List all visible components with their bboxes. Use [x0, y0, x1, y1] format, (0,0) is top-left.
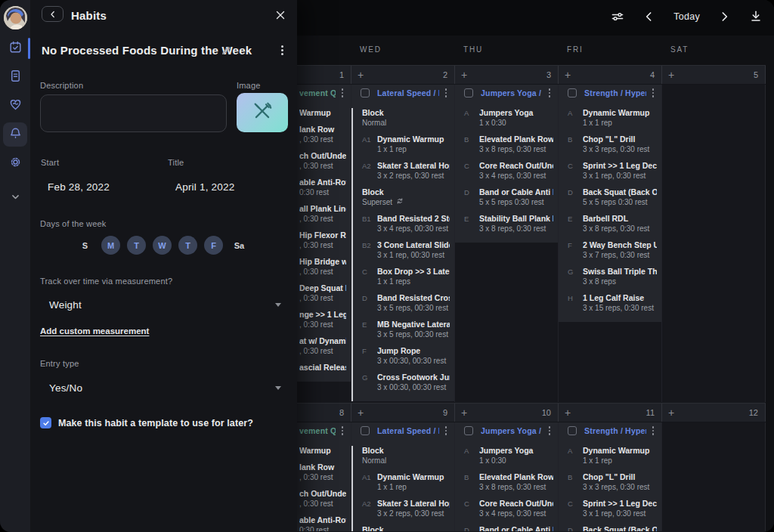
- user-avatar[interactable]: [4, 6, 27, 29]
- day-chip-s[interactable]: S: [76, 236, 94, 255]
- exercise-row[interactable]: ascial Release C...: [299, 363, 346, 373]
- sidebar-item-calendar[interactable]: [3, 36, 27, 60]
- back-button[interactable]: [42, 6, 63, 22]
- download-icon[interactable]: [748, 9, 763, 24]
- exercise-row[interactable]: A2Skater 3 Lateral Hops >> ...3 x 2 reps…: [362, 499, 450, 518]
- card-menu-icon[interactable]: [547, 425, 552, 436]
- exercise-row[interactable]: ADynamic Warmup1 x 1 rep: [568, 446, 657, 466]
- exercise-row[interactable]: nge >> 1 Leg St..., 0:30 rest: [299, 310, 346, 329]
- exercise-row[interactable]: DBack Squat (Back Off Set)5 x 5 reps 0:3…: [568, 187, 657, 207]
- exercise-row[interactable]: H1 Leg Calf Raise3 x 15 reps, 0:30 rest: [568, 293, 657, 313]
- exercise-row[interactable]: B1Band Resisted 2 Step Late...3 x 4 reps…: [362, 214, 450, 234]
- exercise-row[interactable]: CSprint >> 1 Leg Declarations3 x 1 rep, …: [568, 499, 657, 518]
- edit-pencil-icon[interactable]: [221, 45, 232, 56]
- exercise-row[interactable]: at w/ Dynamic P..., 0:30 rest: [299, 336, 346, 356]
- exercise-row[interactable]: EMB Negative Lateral Hop...3 x 5 reps, 0…: [362, 320, 450, 339]
- exercise-row[interactable]: Warmup: [299, 108, 346, 118]
- close-icon[interactable]: [274, 8, 287, 22]
- card-title-text[interactable]: vement Q...: [299, 88, 336, 97]
- exercise-row[interactable]: EBarbell RDL3 x 8 reps, 0:30 rest: [568, 214, 657, 234]
- next-week-icon[interactable]: [717, 9, 732, 24]
- start-date-value[interactable]: Feb 28, 2022: [48, 181, 110, 193]
- add-custom-measurement-link[interactable]: Add custom measurement: [40, 326, 149, 336]
- card-checkbox[interactable]: [464, 426, 473, 435]
- exercise-row[interactable]: GSwiss Ball Triple Threat3 x 8 reps: [568, 267, 657, 286]
- exercise-row[interactable]: F2 Way Bench Step Up3 x 7 reps, 0:30 res…: [568, 240, 657, 260]
- card-checkbox[interactable]: [568, 426, 577, 435]
- exercise-row[interactable]: ADynamic Warmup1 x 1 rep: [568, 108, 657, 128]
- end-date-value[interactable]: April 1, 2022: [175, 181, 234, 193]
- measurement-caret-icon[interactable]: [275, 303, 281, 307]
- workout-card[interactable]: vement Q...Warmuplank Row, 0:30 restch O…: [297, 422, 351, 531]
- exercise-row[interactable]: GCross Footwork Jump Rope3 x 00:30, 00:3…: [362, 373, 450, 392]
- card-menu-icon[interactable]: [444, 87, 448, 98]
- entry-type-select-value[interactable]: Yes/No: [49, 382, 82, 394]
- day-chip-t[interactable]: T: [127, 236, 146, 255]
- exercise-row[interactable]: ch Out/Under, 0:30 rest: [299, 489, 346, 509]
- exercise-row[interactable]: lank Row, 0:30 rest: [299, 462, 346, 482]
- exercise-row[interactable]: BChop "L" Drill3 x 3 reps, 0:30 rest: [568, 472, 657, 492]
- card-title-text[interactable]: vement Q...: [299, 426, 336, 435]
- add-event-button[interactable]: +: [461, 70, 467, 80]
- exercise-row[interactable]: Warmup: [299, 446, 346, 456]
- exercise-row[interactable]: CBox Drop >> 3 Lateral H...1 x 1 reps: [362, 267, 450, 286]
- day-chip-m[interactable]: M: [101, 236, 120, 255]
- day-chip-w[interactable]: W: [153, 236, 172, 255]
- habit-menu-icon[interactable]: [280, 44, 285, 57]
- exercise-row[interactable]: BElevated Plank Row3 x 8 reps, 0:30 rest: [464, 472, 553, 492]
- exercise-row[interactable]: BChop "L" Drill3 x 3 reps, 0:30 rest: [568, 135, 657, 154]
- card-menu-icon[interactable]: [547, 87, 552, 98]
- exercise-row[interactable]: Hip Flexor Rais..., 0:30 rest: [299, 230, 346, 250]
- exercise-row[interactable]: Deep Squat Mo..., 0:30 rest: [299, 283, 346, 303]
- add-event-button[interactable]: +: [668, 70, 674, 80]
- card-title-text[interactable]: Jumpers Yoga / Core: [481, 426, 543, 435]
- exercise-row[interactable]: EStability Ball Plank Linear ...3 x 8 re…: [464, 214, 553, 234]
- add-event-button[interactable]: +: [358, 70, 364, 80]
- exercise-row[interactable]: A2Skater 3 Lateral Hops >> ...3 x 2 reps…: [362, 161, 450, 181]
- exercise-row[interactable]: able Anti-Rotati...0:30 rest: [299, 178, 346, 197]
- card-title-text[interactable]: Lateral Speed / Plyo: [377, 88, 439, 97]
- exercise-row[interactable]: ch Out/Under, 0:30 rest: [299, 151, 346, 171]
- workout-card[interactable]: Strength / Hypertro...ADynamic Warmup1 x…: [559, 422, 661, 531]
- exercise-row[interactable]: FJump Rope3 x 00:30, 00:30 rest: [362, 346, 450, 366]
- card-checkbox[interactable]: [361, 88, 370, 97]
- exercise-row[interactable]: AJumpers Yoga1 x 0:30: [464, 446, 553, 466]
- add-event-button[interactable]: +: [668, 407, 674, 418]
- sidebar-item-health[interactable]: [3, 94, 27, 118]
- description-input[interactable]: [40, 94, 227, 132]
- workout-card[interactable]: Lateral Speed / PlyoBlockNormalA1Dynamic…: [351, 422, 454, 531]
- exercise-row[interactable]: CCore Reach Out/Under3 x 4 reps, 0:30 re…: [464, 499, 553, 518]
- card-menu-icon[interactable]: [340, 87, 345, 98]
- exercise-row[interactable]: all Plank Linear ..., 0:30 rest: [299, 204, 346, 224]
- exercise-row[interactable]: able Anti-Rotati...0:30 rest: [299, 515, 346, 531]
- today-button[interactable]: Today: [673, 11, 700, 22]
- card-checkbox[interactable]: [464, 88, 473, 97]
- add-event-button[interactable]: +: [358, 407, 364, 418]
- sidebar-item-settings[interactable]: [3, 151, 27, 175]
- prev-week-icon[interactable]: [642, 9, 657, 24]
- exercise-row[interactable]: B23 Cone Lateral Slide3 x 1 rep, 00:30 r…: [362, 240, 450, 260]
- add-event-button[interactable]: +: [565, 70, 571, 80]
- exercise-row[interactable]: Hip Bridge w/ ..., 0:30 rest: [299, 257, 346, 277]
- card-checkbox[interactable]: [361, 426, 370, 435]
- add-event-button[interactable]: +: [461, 407, 467, 418]
- day-chip-f[interactable]: F: [204, 236, 223, 255]
- add-event-button[interactable]: +: [565, 407, 571, 418]
- workout-card[interactable]: Strength / Hypertro...ADynamic Warmup1 x…: [559, 85, 661, 322]
- exercise-row[interactable]: lank Row, 0:30 rest: [299, 125, 346, 144]
- exercise-row[interactable]: A1Dynamic Warmup1 x 1 rep: [362, 135, 450, 154]
- exercise-row[interactable]: DBand or Cable Anti Rotati...5 x 5 reps …: [464, 187, 553, 207]
- workout-card[interactable]: Lateral Speed / PlyoBlockNormalA1Dynamic…: [351, 85, 454, 401]
- entry-type-caret-icon[interactable]: [275, 386, 281, 390]
- day-chip-sa[interactable]: Sa: [230, 236, 249, 255]
- exercise-row[interactable]: DBand Resisted Crossover...3 x 5 reps, 0…: [362, 293, 450, 313]
- habit-image-thumbnail[interactable]: [237, 93, 288, 132]
- card-title-text[interactable]: Lateral Speed / Plyo: [377, 426, 439, 435]
- exercise-row[interactable]: AJumpers Yoga1 x 0:30: [464, 108, 553, 128]
- measurement-select-value[interactable]: Weight: [49, 299, 82, 311]
- card-menu-icon[interactable]: [651, 87, 655, 98]
- exercise-row[interactable]: A1Dynamic Warmup1 x 1 rep: [362, 472, 450, 492]
- card-title-text[interactable]: Jumpers Yoga / Core: [481, 88, 543, 97]
- filter-icon[interactable]: [610, 9, 625, 24]
- exercise-row[interactable]: DBack Squat (Back Off Set)5 x 5 reps 0:3…: [568, 525, 657, 531]
